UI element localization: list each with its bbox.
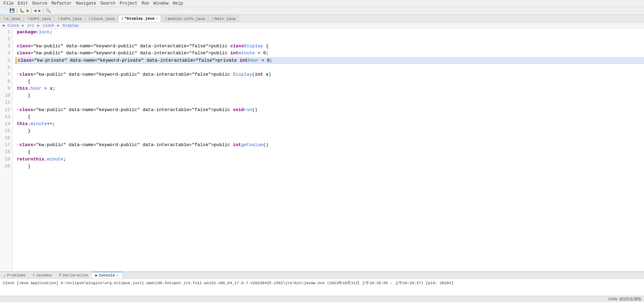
bottom-tab-icon-Console: ▶ [95, 273, 98, 277]
bottom-tab-javadoc[interactable]: JJavadoc [29, 272, 56, 279]
code-line-17[interactable]: ▾ class="kw-public" data-name="keyword-p… [15, 142, 644, 149]
line-number-9: 9 [2, 85, 10, 92]
tab-clock-java[interactable]: JClock.java [85, 15, 118, 22]
breadcrumb-sep: ▶ [20, 23, 27, 28]
bottom-panel: ⚠ProblemsJJavadocDDeclaration▶Console✕ C… [0, 272, 644, 296]
breadcrumb-part-1[interactable]: src [27, 23, 34, 28]
line-numbers: 1234567891011121314151617181920 [0, 29, 13, 272]
line-number-14: 14 [2, 121, 10, 128]
tab-main-java[interactable]: JMain.java [208, 15, 239, 22]
breadcrumb-part-3[interactable]: Display [63, 23, 79, 28]
keyword-this: this [17, 85, 28, 92]
fold-icon-7[interactable]: ▾ [17, 72, 19, 77]
line-number-16: 16 [2, 135, 10, 142]
menu-source[interactable]: Source [30, 0, 49, 7]
bottom-tab-console[interactable]: ▶Console✕ [92, 272, 122, 279]
code-line-20[interactable]: } [15, 163, 644, 170]
search-icon[interactable]: 🔍 [45, 8, 52, 14]
breadcrumb-sep: ▶ [35, 23, 42, 28]
bottom-tab-label-Console: Console [99, 273, 115, 277]
identifier-minute: minute [31, 121, 47, 128]
code-line-6[interactable] [15, 64, 644, 71]
code-line-15[interactable]: } [15, 128, 644, 135]
code-line-1[interactable]: package clock; [15, 29, 644, 36]
tab-icon-module-info-java: J [165, 17, 167, 21]
keyword-void: void [233, 107, 244, 114]
code-line-10[interactable]: } [15, 92, 644, 99]
bottom-tab-problems[interactable]: ⚠Problems [0, 272, 29, 279]
tab-display-java[interactable]: J*Display.java ✕ [118, 15, 161, 22]
code-line-12[interactable]: ▾ class="kw-public" data-name="keyword-p… [15, 107, 644, 114]
breadcrumb-part-2[interactable]: clock [43, 23, 54, 28]
code-line-13[interactable]: { [15, 114, 644, 121]
code-line-9[interactable]: this.hour = a; [15, 85, 644, 92]
menu-refactor[interactable]: Refactor [49, 0, 74, 7]
prev-icon[interactable]: ◀ [33, 8, 37, 14]
tab-icon-clock-java: J [88, 17, 90, 21]
next-icon[interactable]: ▶ [38, 8, 41, 14]
bottom-tab-label-Problems: Problems [7, 273, 26, 277]
menu-project[interactable]: Project [118, 0, 139, 7]
line-number-7: 7 [2, 71, 10, 78]
identifier-run: run [244, 107, 252, 114]
keyword-package: package [17, 29, 36, 36]
line-number-1: 1 [2, 29, 10, 36]
identifier-hour: hour [31, 85, 41, 92]
save-icon[interactable]: 💾 [9, 8, 15, 14]
menu-window[interactable]: Window [151, 0, 170, 7]
menu-navigate[interactable]: Navigate [74, 0, 98, 7]
menu-help[interactable]: Help [171, 0, 185, 7]
menu-edit[interactable]: Edit [16, 0, 30, 7]
line-number-11: 11 [2, 99, 10, 106]
code-line-11[interactable] [15, 99, 644, 106]
new-file-icon[interactable]: 📄 [1, 8, 8, 14]
line-number-17: 17 [2, 142, 10, 149]
bottom-tab-declaration[interactable]: DDeclaration [56, 272, 92, 279]
toolbar-separator-1 [17, 8, 17, 13]
tab-exp3-java[interactable]: JEXP3.java [24, 15, 54, 22]
fold-icon-17[interactable]: ▾ [17, 143, 19, 147]
code-line-7[interactable]: ▾ class="kw-public" data-name="keyword-p… [15, 71, 644, 78]
tab-exp4-java[interactable]: JEXP4.java [54, 15, 85, 22]
code-line-19[interactable]: return this.minute; [15, 156, 644, 163]
editor-container: 1234567891011121314151617181920 package … [0, 29, 644, 272]
keyword-class: class [19, 142, 33, 149]
code-line-16[interactable] [15, 135, 644, 142]
debug-icon[interactable]: 🐛 [19, 8, 25, 14]
line-number-18: 18 [2, 149, 10, 156]
identifier-minute: minute [47, 156, 63, 163]
bottom-tab-icon-Problems: ⚠ [4, 273, 6, 277]
line-number-2: 2 [2, 36, 10, 43]
line-number-12: 12 [2, 107, 10, 114]
keyword-int: int [230, 50, 239, 57]
code-area[interactable]: package clock; class="kw-public" data-na… [13, 29, 644, 272]
code-line-4[interactable]: class="kw-public" data-name="keyword-pub… [15, 50, 644, 57]
line-number-13: 13 [2, 114, 10, 121]
code-line-5[interactable]: class="kw-private" data-name="keyword-pr… [15, 57, 644, 64]
bottom-tab-icon-Javadoc: J [33, 273, 35, 277]
tab-icon-main-java: J [212, 17, 214, 21]
statusbar: CSDN @任职会溜电 [0, 296, 644, 302]
code-line-14[interactable]: this.minute++; [15, 121, 644, 128]
menu-search[interactable]: Search [98, 0, 118, 7]
console-line-1: Clock [Java Application] D:\eclipse\plug… [3, 280, 641, 286]
run-icon[interactable]: ▶ [26, 8, 30, 14]
line-number-15: 15 [2, 128, 10, 135]
tab-icon-exp4-java: J [58, 17, 60, 21]
close-bottom-tab-Console[interactable]: ✕ [116, 273, 119, 277]
tab-module-info-java[interactable]: Jmodule-info.java [161, 15, 208, 22]
menu-file[interactable]: File [1, 0, 16, 7]
close-tab-display-java[interactable]: ✕ [156, 16, 158, 21]
code-line-8[interactable]: { [15, 78, 644, 85]
tab-a-java[interactable]: JA.java [0, 15, 24, 22]
menu-run[interactable]: Run [140, 0, 152, 7]
code-line-3[interactable]: class="kw-public" data-name="keyword-pub… [15, 43, 644, 50]
code-line-2[interactable] [15, 36, 644, 43]
line-number-10: 10 [2, 92, 10, 99]
identifier-Display: Display [244, 43, 263, 50]
bottom-tab-label-Declaration: Declaration [63, 273, 88, 277]
code-line-18[interactable]: { [15, 149, 644, 156]
bottom-tab-icon-Declaration: D [59, 273, 61, 277]
fold-icon-12[interactable]: ▾ [17, 108, 19, 112]
breadcrumb-part-0[interactable]: Clock [7, 23, 19, 28]
